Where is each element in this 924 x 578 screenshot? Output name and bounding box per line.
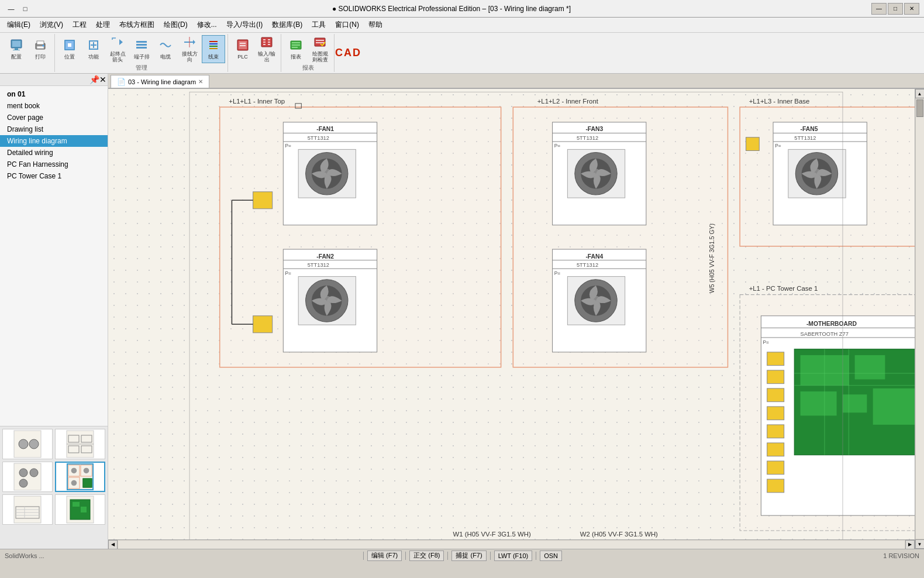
svg-rect-27 bbox=[292, 42, 300, 43]
svg-rect-99 bbox=[746, 137, 760, 151]
fan1-group: -FAN1 5TT1312 P= bbox=[283, 122, 377, 225]
menu-draw[interactable]: 绘图(D) bbox=[159, 19, 192, 32]
toolbar-cable[interactable]: 电缆 bbox=[154, 35, 177, 63]
thumb-2[interactable] bbox=[55, 429, 105, 459]
toolbar-function[interactable]: 功能 bbox=[82, 35, 105, 63]
statusbar: SolidWorks ... 编辑 (F7) 正交 (F8) 捕捉 (F7) L… bbox=[0, 549, 924, 562]
fan4-group: -FAN4 5TT1312 P= bbox=[553, 249, 646, 352]
sidebar-item-cover[interactable]: Cover page bbox=[0, 112, 108, 123]
toolbar-check[interactable]: 绘图规则检查 bbox=[308, 35, 332, 63]
content-area: 📄 03 - Wiring line diagram ✕ +L1+L1 - In… bbox=[108, 74, 924, 549]
menu-window[interactable]: 窗口(N) bbox=[330, 19, 364, 32]
toolbar-io[interactable]: 输入/输出 bbox=[255, 35, 278, 63]
win-close[interactable]: ✕ bbox=[904, 3, 919, 15]
arrow-label: 起终点箭头 bbox=[108, 51, 127, 63]
status-sep-4 bbox=[490, 552, 491, 560]
scroll-track-h[interactable] bbox=[118, 541, 905, 549]
toolbar-print[interactable]: 打印 bbox=[29, 35, 52, 63]
menu-edit[interactable]: 编辑(E) bbox=[2, 19, 35, 32]
toolbar-configure[interactable]: 配置 bbox=[5, 35, 28, 63]
fan3-sublabel: 5TT1312 bbox=[577, 135, 598, 141]
menu-wiring-diagram[interactable]: 布线方框图 bbox=[115, 19, 159, 32]
sidebar-item-drawinglist[interactable]: Drawing list bbox=[0, 123, 108, 135]
status-sep-2 bbox=[405, 552, 406, 560]
fan4-label: -FAN4 bbox=[585, 253, 603, 260]
menu-database[interactable]: 数据库(B) bbox=[267, 19, 307, 32]
scrollbar-horizontal[interactable]: ◀ ▶ bbox=[108, 539, 915, 549]
toolbar-plc[interactable]: PLC bbox=[231, 35, 254, 63]
thumb-6[interactable] bbox=[55, 494, 105, 525]
sidebar-close[interactable]: ✕ bbox=[99, 75, 106, 84]
scroll-track-v[interactable] bbox=[916, 99, 924, 539]
wire-label-w5: W5 (H05 VV-F 3G1.5 GY) bbox=[709, 223, 715, 293]
scrollbar-vertical[interactable]: ▲ ▼ bbox=[915, 89, 924, 549]
fan4-sublabel: 5TT1312 bbox=[577, 262, 598, 268]
svg-rect-42 bbox=[14, 463, 41, 490]
svg-point-34 bbox=[19, 439, 28, 449]
status-ortho[interactable]: 正交 (F8) bbox=[409, 551, 444, 561]
toolbar-report[interactable]: 报表 bbox=[284, 35, 308, 63]
tab-wiring-diagram[interactable]: 📄 03 - Wiring line diagram ✕ bbox=[111, 75, 209, 88]
harness-label: 线束 bbox=[208, 54, 219, 60]
fan1-connector bbox=[253, 192, 273, 209]
svg-rect-13 bbox=[136, 47, 147, 49]
thumb-4-active[interactable] bbox=[55, 462, 105, 492]
scroll-right-btn[interactable]: ▶ bbox=[905, 540, 915, 549]
menu-modify[interactable]: 修改... bbox=[192, 19, 222, 32]
sidebar-item-detailed[interactable]: Detailed wiring bbox=[0, 147, 108, 159]
location-inner-base-label: +L1+L3 - Inner Base bbox=[749, 98, 810, 105]
sidebar-item-pcfan[interactable]: PC Fan Harnessing bbox=[0, 159, 108, 170]
scroll-up-btn[interactable]: ▲ bbox=[915, 89, 925, 98]
mobo-label: -MOTHERBOARD bbox=[806, 321, 857, 327]
thumbnail-grid bbox=[2, 429, 105, 525]
svg-rect-106 bbox=[767, 407, 784, 420]
status-edit[interactable]: 编辑 (F7) bbox=[367, 551, 402, 561]
location-label: 位置 bbox=[64, 54, 75, 60]
thumb-3[interactable] bbox=[2, 462, 53, 492]
sidebar-pin[interactable]: 📌 bbox=[89, 75, 99, 84]
scroll-thumb-v[interactable] bbox=[916, 99, 923, 117]
title-minimize[interactable]: — bbox=[5, 2, 18, 15]
svg-point-51 bbox=[84, 468, 89, 474]
svg-rect-104 bbox=[767, 370, 784, 384]
location-icon bbox=[63, 39, 76, 53]
toolbar-arrow[interactable]: 起终点箭头 bbox=[106, 35, 129, 63]
fan1-p: P= bbox=[285, 143, 291, 149]
scroll-down-btn[interactable]: ▼ bbox=[915, 539, 925, 549]
diagram-canvas[interactable]: +L1+L1 - Inner Top +L1+L2 - Inner Front … bbox=[108, 89, 924, 549]
sidebar-item-pctower[interactable]: PC Tower Case 1 bbox=[0, 170, 108, 182]
svg-rect-62 bbox=[73, 502, 80, 507]
status-osn[interactable]: OSN bbox=[540, 551, 562, 561]
sidebar-item-wiring[interactable]: Wiring line diagram bbox=[0, 135, 108, 147]
toolbar-location[interactable]: 位置 bbox=[58, 35, 81, 63]
toolbar-harness[interactable]: 线束 bbox=[202, 35, 225, 63]
win-minimize[interactable]: — bbox=[871, 3, 887, 15]
toolbar-wiring-direction[interactable]: 接线方向 bbox=[178, 35, 201, 63]
svg-rect-12 bbox=[136, 44, 147, 46]
mobo-p: P= bbox=[763, 340, 769, 345]
title-maximize[interactable]: □ bbox=[19, 2, 32, 15]
print-label: 打印 bbox=[35, 54, 46, 60]
toolbar-terminal[interactable]: 端子排 bbox=[130, 35, 153, 63]
tab-close[interactable]: ✕ bbox=[198, 78, 203, 85]
sidebar-item-location01[interactable]: on 01 bbox=[0, 88, 108, 100]
win-maximize[interactable]: □ bbox=[888, 3, 903, 15]
thumb-5[interactable] bbox=[2, 494, 53, 525]
svg-rect-30 bbox=[315, 38, 325, 46]
sidebar-tree: on 01 ment book Cover page Drawing list … bbox=[0, 86, 108, 426]
status-lwt[interactable]: LWT (F10) bbox=[494, 551, 533, 561]
svg-rect-115 bbox=[843, 394, 867, 412]
menu-process[interactable]: 处理 bbox=[91, 19, 115, 32]
menu-tools[interactable]: 工具 bbox=[307, 19, 330, 32]
scroll-left-btn[interactable]: ◀ bbox=[108, 540, 118, 549]
menu-help[interactable]: 帮助 bbox=[364, 19, 387, 32]
sidebar-item-document[interactable]: ment book bbox=[0, 100, 108, 112]
menu-import-export[interactable]: 导入/导出(I) bbox=[222, 19, 268, 32]
svg-rect-108 bbox=[767, 443, 784, 456]
thumb-1[interactable] bbox=[2, 429, 53, 459]
svg-rect-63 bbox=[81, 507, 87, 512]
status-snap[interactable]: 捕捉 (F7) bbox=[451, 551, 486, 561]
menu-project[interactable]: 工程 bbox=[68, 19, 91, 32]
svg-rect-1 bbox=[12, 41, 20, 47]
menu-view[interactable]: 浏览(V) bbox=[35, 19, 68, 32]
